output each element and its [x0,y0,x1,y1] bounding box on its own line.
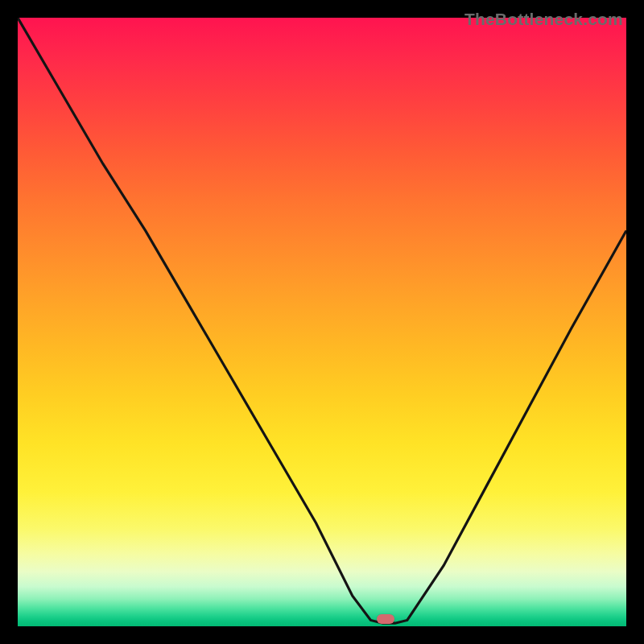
plot-area [18,18,626,626]
chart-frame: TheBottleneck.com [10,10,634,634]
watermark-text: TheBottleneck.com [464,10,623,29]
bottleneck-curve [18,18,626,626]
optimal-point-marker [377,614,394,624]
